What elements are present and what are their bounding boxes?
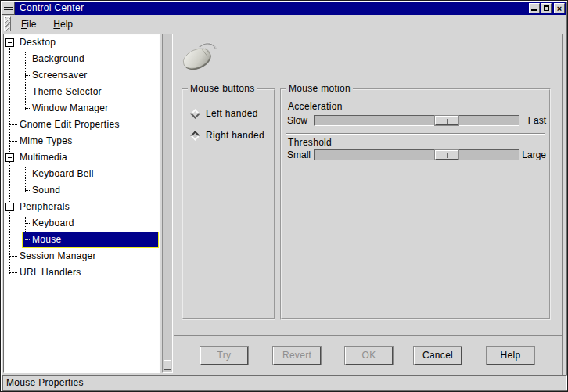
mouse-motion-frame: Mouse motion Acceleration Slow Fast Thre… — [280, 88, 551, 320]
mouse-illustration — [179, 40, 220, 74]
ok-button[interactable]: OK — [345, 347, 393, 365]
radio-left-handed[interactable]: Left handed — [189, 107, 258, 120]
menubar-grip-handle[interactable] — [4, 16, 11, 31]
tree-item-window-manager[interactable]: Window Manager — [4, 100, 160, 117]
radio-unselected-icon[interactable] — [190, 109, 200, 119]
capplet-tree: Desktop Background Screensaver Theme Sel… — [3, 34, 160, 373]
control-center-window: Control Center × File Help Desktop Backg… — [0, 0, 568, 392]
menubar: File Help — [2, 15, 566, 33]
hamburger-menu-icon — [4, 5, 13, 12]
threshold-slider[interactable] — [314, 149, 519, 160]
tree-item-mouse[interactable]: Mouse — [4, 232, 160, 248]
maximize-icon — [544, 5, 549, 11]
mouse-buttons-frame: Mouse buttons Left handed Right handed — [182, 88, 275, 320]
slider-min-label: Small — [287, 149, 311, 160]
tree-item-background[interactable]: Background — [4, 51, 160, 67]
window-menu-button[interactable] — [2, 2, 15, 15]
slider-max-label: Fast — [528, 115, 546, 126]
tree-item-keyboard[interactable]: Keyboard — [4, 215, 160, 232]
tree-item-keyboard-bell[interactable]: Keyboard Bell — [4, 166, 160, 182]
tree-item-session-manager[interactable]: Session Manager — [4, 248, 160, 264]
maximize-button[interactable] — [541, 3, 552, 13]
frame-legend: Mouse buttons — [188, 83, 257, 94]
menu-help[interactable]: Help — [46, 16, 80, 32]
separator — [174, 335, 562, 336]
acceleration-label: Acceleration — [288, 101, 343, 112]
collapse-minus-icon[interactable] — [5, 203, 14, 211]
titlebar[interactable]: Control Center × — [2, 2, 566, 15]
tree-vertical-scrollbar[interactable] — [162, 34, 173, 373]
slider-min-label: Slow — [287, 115, 307, 126]
minimize-icon — [531, 9, 537, 11]
radio-selected-icon[interactable] — [190, 131, 200, 141]
tree-item-mime-types[interactable]: Mime Types — [4, 133, 160, 149]
tree-item-sound[interactable]: Sound — [4, 182, 160, 199]
frame-legend: Mouse motion — [286, 83, 353, 94]
window-title: Control Center — [15, 2, 528, 15]
collapse-minus-icon[interactable] — [5, 153, 14, 162]
tree-item-peripherals[interactable]: Peripherals — [4, 199, 160, 215]
scrollbar-thumb[interactable] — [164, 360, 171, 370]
tree-item-multimedia[interactable]: Multimedia — [4, 149, 160, 166]
try-button[interactable]: Try — [200, 347, 248, 365]
slider-handle[interactable] — [435, 150, 458, 160]
slider-handle[interactable] — [435, 116, 458, 125]
tree-item-theme-selector[interactable]: Theme Selector — [4, 84, 160, 100]
close-button[interactable]: × — [554, 3, 565, 13]
close-icon: × — [557, 5, 562, 13]
menu-file[interactable]: File — [14, 16, 43, 32]
slider-max-label: Large — [522, 149, 546, 160]
separator — [286, 133, 545, 135]
action-button-row: Try Revert OK Cancel Help — [174, 347, 562, 365]
tree-item-screensaver[interactable]: Screensaver — [4, 67, 160, 84]
threshold-label: Threshold — [288, 137, 332, 148]
threshold-slider-row: Small Large — [282, 149, 549, 160]
collapse-minus-icon[interactable] — [5, 38, 14, 47]
acceleration-slider[interactable] — [314, 115, 519, 126]
radio-right-handed[interactable]: Right handed — [189, 129, 264, 142]
tree-item-url-handlers[interactable]: URL Handlers — [4, 264, 160, 281]
revert-button[interactable]: Revert — [273, 347, 321, 365]
status-bar: Mouse Properties — [2, 375, 567, 390]
tree-item-desktop[interactable]: Desktop — [4, 34, 160, 51]
window-controls: × — [528, 2, 566, 15]
cancel-button[interactable]: Cancel — [414, 347, 462, 365]
tree-item-gnome-edit-properties[interactable]: Gnome Edit Properties — [4, 117, 160, 133]
acceleration-slider-row: Slow Fast — [282, 114, 549, 126]
help-button[interactable]: Help — [487, 347, 534, 365]
mouse-settings-panel: Mouse buttons Left handed Right handed M… — [174, 34, 563, 375]
minimize-button[interactable] — [529, 3, 540, 13]
